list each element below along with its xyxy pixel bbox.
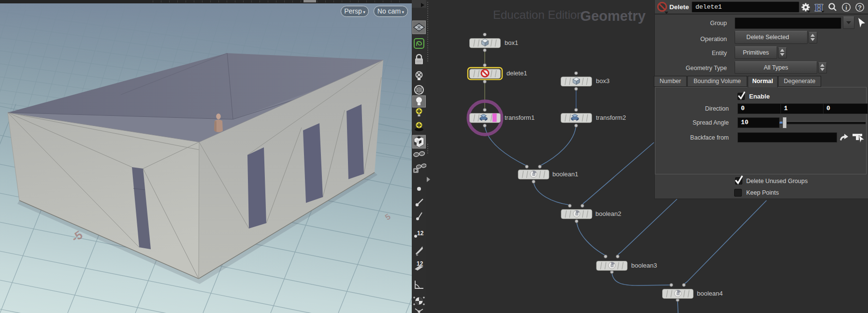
svg-text:box1: box1 bbox=[505, 39, 518, 46]
svg-text:12: 12 bbox=[417, 230, 424, 237]
svg-text:12: 12 bbox=[417, 260, 423, 267]
svg-text:Education Edition: Education Edition bbox=[493, 8, 583, 21]
svg-text:Geometry: Geometry bbox=[580, 8, 646, 24]
svg-text:transform1: transform1 bbox=[505, 114, 535, 121]
svg-text:transform2: transform2 bbox=[596, 114, 626, 121]
svg-text:boolean3: boolean3 bbox=[631, 262, 657, 269]
svg-text:boolean1: boolean1 bbox=[552, 171, 579, 178]
svg-text:i: i bbox=[845, 4, 847, 11]
svg-text:boolean4: boolean4 bbox=[697, 290, 723, 297]
svg-text:boolean2: boolean2 bbox=[595, 210, 622, 217]
svg-text:?: ? bbox=[858, 4, 862, 11]
svg-text:box3: box3 bbox=[596, 77, 609, 85]
svg-text:delete1: delete1 bbox=[506, 70, 527, 77]
